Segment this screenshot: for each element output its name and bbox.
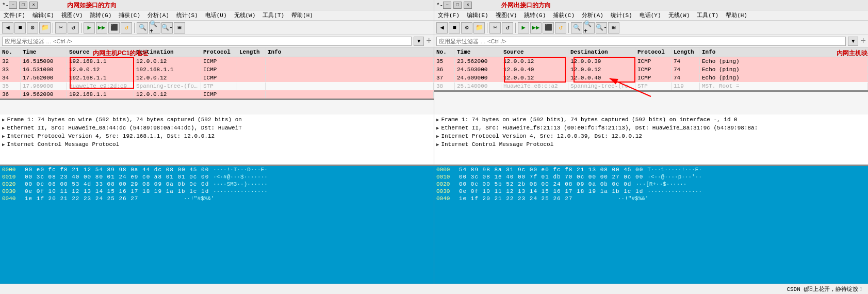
left-filter-input[interactable] bbox=[2, 37, 412, 46]
left-toolbar-btn-14[interactable]: ⊞ bbox=[174, 22, 185, 34]
left-menu-item[interactable]: 电话(U) bbox=[204, 11, 228, 19]
right-toolbar-btn-10[interactable]: ↺ bbox=[555, 22, 566, 34]
right-menu-item[interactable]: 无线(W) bbox=[667, 11, 692, 19]
left-menu-item[interactable]: 捕获(C) bbox=[117, 11, 142, 19]
left-title-bar: *- − □ × bbox=[0, 0, 434, 10]
right-menu-item[interactable]: 跳转(G) bbox=[522, 11, 547, 19]
left-toolbar-btn-12[interactable]: 🔍+ bbox=[149, 22, 160, 34]
left-toolbar-btn-11[interactable]: 🔍 bbox=[137, 22, 148, 34]
left-filter-arrow[interactable]: ▼ bbox=[414, 37, 424, 46]
detail-row[interactable]: ▶Internet Control Message Protocol bbox=[0, 140, 434, 149]
left-toolbar-btn-13[interactable]: 🔍- bbox=[161, 22, 173, 34]
table-row[interactable]: 3517.969000HuaweiTe_e9:2d:c9Spanning-tre… bbox=[0, 82, 434, 90]
left-filter-bar: ▼ + bbox=[0, 35, 434, 47]
right-maximize-btn[interactable]: □ bbox=[453, 2, 462, 9]
detail-row[interactable]: ▶Frame 1: 74 bytes on wire (592 bits), 7… bbox=[0, 116, 434, 124]
right-toolbar-btn-11[interactable]: 🔍 bbox=[571, 22, 582, 34]
right-menu-item[interactable]: 统计(S) bbox=[609, 11, 634, 19]
left-packet-detail: ▶Frame 1: 74 bytes on wire (592 bits), 7… bbox=[0, 115, 434, 166]
detail-text: Ethernet II, Src: HuaweiTe_0a:44:dc (54:… bbox=[7, 125, 241, 131]
table-row[interactable]: 3724.60900012.0.0.1212.0.0.40ICMP74Echo … bbox=[434, 74, 868, 82]
hex-offset: 0000 bbox=[436, 167, 455, 173]
hex-bytes: 1e 1f 20 21 22 23 24 25 26 27 bbox=[459, 195, 614, 202]
right-toolbar-btn-8[interactable]: ▶▶ bbox=[530, 22, 542, 34]
right-menu-item[interactable]: 工具(T) bbox=[695, 11, 720, 19]
right-toolbar-btn-3[interactable]: ⚙ bbox=[461, 22, 472, 34]
right-toolbar-btn-9[interactable]: ⬛ bbox=[543, 22, 554, 34]
right-toolbar-btn-2[interactable]: ■ bbox=[449, 22, 460, 34]
left-menu-item[interactable]: 文件(F) bbox=[2, 11, 27, 19]
left-toolbar-btn-10[interactable]: ↺ bbox=[121, 22, 132, 34]
right-menu-item[interactable]: 编辑(E) bbox=[465, 11, 490, 19]
left-menu-item[interactable]: 工具(T) bbox=[261, 11, 286, 19]
left-toolbar-btn-1[interactable]: ◀ bbox=[2, 22, 13, 34]
left-col-no: No. bbox=[0, 48, 21, 56]
hex-ascii: ·<·#@···$······· bbox=[213, 174, 268, 180]
right-toolbar-btn-13[interactable]: 🔍- bbox=[596, 22, 607, 34]
left-toolbar-btn-4[interactable]: 📁 bbox=[39, 22, 51, 34]
detail-triangle: ▶ bbox=[436, 134, 439, 139]
left-toolbar-btn-8[interactable]: ▶▶ bbox=[96, 22, 107, 34]
right-filter-expand[interactable]: + bbox=[860, 36, 866, 46]
hex-bytes: 00 3c 08 23 40 00 80 01 24 e9 c0 a8 01 0… bbox=[25, 174, 209, 180]
table-row[interactable]: 3825.140000HuaweiTe_e8:c:a2Spanning-tree… bbox=[434, 82, 868, 90]
right-toolbar-sep-1 bbox=[487, 23, 487, 33]
right-toolbar-btn-6[interactable]: ↺ bbox=[502, 22, 513, 34]
left-filter-expand[interactable]: + bbox=[426, 36, 432, 46]
right-filter-arrow[interactable]: ▼ bbox=[848, 37, 858, 46]
left-toolbar-btn-6[interactable]: ↺ bbox=[68, 22, 79, 34]
left-menu-item[interactable]: 无线(W) bbox=[233, 11, 257, 19]
hex-ascii: ····SM3··)······ bbox=[213, 181, 268, 187]
right-close-btn[interactable]: × bbox=[464, 2, 472, 9]
right-menu-item[interactable]: 电话(Y) bbox=[638, 11, 663, 19]
right-menu-item[interactable]: 捕获(C) bbox=[551, 11, 576, 19]
right-menu-item[interactable]: 文件(F) bbox=[436, 11, 461, 19]
table-row[interactable]: 3316.53100012.0.0.12192.168.1.1ICMP bbox=[0, 66, 434, 74]
left-maximize-btn[interactable]: □ bbox=[19, 2, 27, 9]
right-toolbar-btn-1[interactable]: ◀ bbox=[436, 22, 448, 34]
right-packet-detail: ▶Frame 1: 74 bytes on wire (592 bits), 7… bbox=[434, 115, 868, 166]
table-row[interactable]: 3417.562000192.168.1.112.0.0.12ICMP bbox=[0, 74, 434, 82]
left-menu-item[interactable]: 帮助(H) bbox=[290, 11, 315, 19]
left-col-src: Source bbox=[67, 48, 134, 56]
detail-text: Frame 1: 74 bytes on wire (592 bits), 74… bbox=[441, 117, 737, 123]
left-menu-item[interactable]: 视图(V) bbox=[60, 11, 85, 19]
right-menu-bar: 文件(F)编辑(E)视图(V)跳转(G)捕获(C)分析(A)统计(S)电话(Y)… bbox=[434, 10, 868, 21]
left-menu-item[interactable]: 统计(S) bbox=[175, 11, 200, 19]
right-menu-item[interactable]: 分析(A) bbox=[580, 11, 605, 19]
right-toolbar-btn-14[interactable]: ⊞ bbox=[608, 22, 619, 34]
right-menu-item[interactable]: 帮助(H) bbox=[724, 11, 749, 19]
left-toolbar-btn-9[interactable]: ⬛ bbox=[108, 22, 120, 34]
right-minimize-btn[interactable]: − bbox=[443, 2, 451, 9]
left-toolbar-btn-3[interactable]: ⚙ bbox=[27, 22, 38, 34]
hex-offset: 0020 bbox=[436, 181, 455, 187]
left-toolbar-btn-5[interactable]: ✂ bbox=[55, 22, 67, 34]
table-row[interactable]: 3619.562000192.168.1.112.0.0.12ICMP bbox=[0, 90, 434, 99]
table-row[interactable]: 3624.59300012.0.0.4012.0.0.12ICMP74Echo … bbox=[434, 66, 868, 74]
left-toolbar-btn-2[interactable]: ■ bbox=[14, 22, 26, 34]
left-menu-item[interactable]: 编辑(E) bbox=[31, 11, 56, 19]
table-row[interactable]: 3216.515000192.168.1.112.0.0.12ICMP bbox=[0, 57, 434, 66]
left-menu-item[interactable]: 分析(A) bbox=[146, 11, 171, 19]
right-menu-item[interactable]: 视图(V) bbox=[494, 11, 519, 19]
detail-row[interactable]: ▶Frame 1: 74 bytes on wire (592 bits), 7… bbox=[434, 116, 868, 124]
detail-row[interactable]: ▶Internet Control Message Protocol bbox=[434, 140, 868, 149]
right-toolbar-btn-4[interactable]: 📁 bbox=[473, 22, 485, 34]
hex-ascii: ················ bbox=[213, 188, 268, 194]
hex-bytes: 00 0c 08 00 53 4d 33 08 00 29 08 09 0a 0… bbox=[25, 181, 209, 187]
right-toolbar-btn-5[interactable]: ✂ bbox=[489, 22, 501, 34]
left-toolbar-btn-7[interactable]: ▶ bbox=[84, 22, 95, 34]
left-close-btn[interactable]: × bbox=[29, 2, 38, 9]
table-row[interactable]: 3523.56200012.0.0.1212.0.0.39ICMP74Echo … bbox=[434, 57, 868, 66]
detail-row[interactable]: ▶Internet Protocol Version 4, Src: 12.0.… bbox=[434, 132, 868, 140]
detail-row[interactable]: ▶Internet Protocol Version 4, Src: 192.1… bbox=[0, 132, 434, 140]
detail-row[interactable]: ▶Ethernet II, Src: HuaweiTe_0a:44:dc (54… bbox=[0, 124, 434, 132]
left-menu-item[interactable]: 跳转(G) bbox=[88, 11, 113, 19]
right-toolbar-btn-12[interactable]: 🔍+ bbox=[583, 22, 595, 34]
left-minimize-btn[interactable]: − bbox=[9, 2, 17, 9]
right-filter-input[interactable] bbox=[436, 37, 846, 46]
right-col-len: Length bbox=[672, 48, 700, 56]
detail-row[interactable]: ▶Ethernet II, Src: HuaweiTe_f8:21:13 (00… bbox=[434, 124, 868, 132]
hex-offset: 0010 bbox=[2, 174, 21, 180]
right-toolbar-btn-7[interactable]: ▶ bbox=[518, 22, 529, 34]
